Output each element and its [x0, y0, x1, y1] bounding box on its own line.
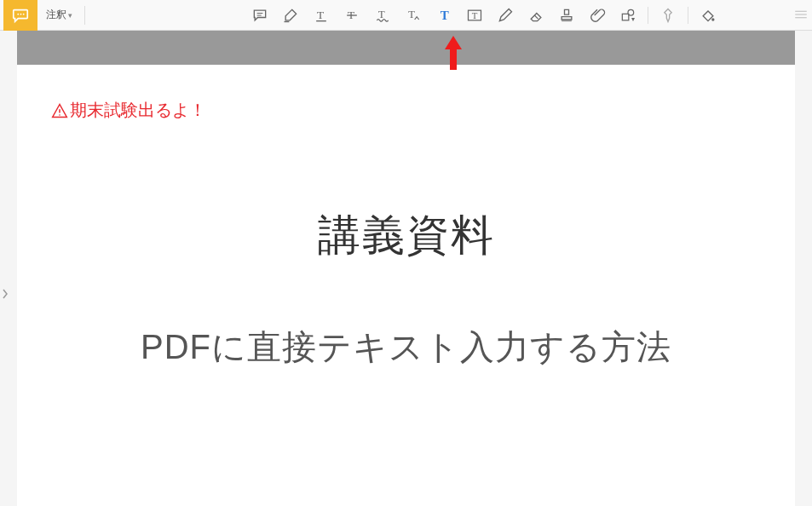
- highlight-tool[interactable]: [276, 3, 305, 28]
- attach-tool[interactable]: [583, 3, 612, 28]
- pencil-icon: [497, 7, 514, 24]
- text-caret-tool[interactable]: T: [399, 3, 428, 28]
- pin-tool[interactable]: [654, 3, 682, 28]
- document-subtitle: PDFに直接テキスト入力する方法: [51, 324, 761, 371]
- stamp-icon: [558, 7, 575, 24]
- shapes-tool[interactable]: ▾: [613, 3, 642, 28]
- strikethrough-icon: T: [343, 7, 360, 24]
- highlight-icon: [282, 7, 299, 24]
- menu-lines-icon: [793, 7, 809, 22]
- comment-bubble-icon: [11, 6, 30, 25]
- warning-triangle-icon: [51, 102, 68, 119]
- svg-point-14: [59, 114, 60, 116]
- svg-text:T: T: [378, 8, 385, 20]
- squiggly-tool[interactable]: T: [368, 3, 397, 28]
- svg-point-2: [23, 13, 25, 14]
- eraser-icon: [527, 7, 544, 24]
- annotation-dropdown[interactable]: 注釈: [37, 8, 78, 22]
- svg-rect-10: [622, 14, 629, 20]
- text-highlight-icon: T: [313, 7, 330, 24]
- attach-icon: [589, 7, 606, 24]
- svg-point-13: [711, 18, 714, 20]
- fill-tool[interactable]: [694, 3, 723, 28]
- tool-icon-group: T T T T T T ▾: [245, 3, 723, 28]
- pin-icon: [659, 7, 677, 24]
- text-highlight-tool[interactable]: T: [307, 3, 336, 28]
- note-icon: [251, 7, 268, 24]
- annotation-text: 期末試験出るよ！: [70, 99, 206, 122]
- red-arrow-indicator: [445, 36, 462, 70]
- page-header-dark: [17, 31, 795, 65]
- svg-text:T: T: [441, 9, 449, 22]
- chevron-right-icon: [2, 288, 9, 300]
- textbox-tool[interactable]: T: [460, 3, 489, 28]
- svg-point-0: [17, 13, 19, 14]
- separator: [648, 7, 648, 24]
- eraser-tool[interactable]: [521, 3, 550, 28]
- document-title: 講義資料: [51, 207, 761, 264]
- menu-lines-button[interactable]: [793, 7, 809, 26]
- svg-text:T: T: [408, 9, 415, 20]
- warning-annotation[interactable]: 期末試験出るよ！: [51, 99, 761, 122]
- textbox-icon: T: [466, 7, 483, 24]
- svg-text:▾: ▾: [631, 14, 635, 22]
- typewriter-tool[interactable]: T: [429, 3, 458, 28]
- svg-text:T: T: [472, 10, 478, 20]
- note-tool[interactable]: [245, 3, 274, 28]
- strikethrough-tool[interactable]: T: [337, 3, 366, 28]
- sidebar-expand-handle[interactable]: [0, 281, 10, 307]
- paint-bucket-icon: [700, 7, 717, 24]
- stamp-tool[interactable]: [552, 3, 581, 28]
- separator: [84, 6, 85, 25]
- svg-point-1: [20, 13, 22, 14]
- annotation-toolbar: 注釈 T T T T T T: [0, 0, 812, 31]
- text-replace-icon: T: [405, 7, 422, 24]
- separator: [688, 7, 688, 24]
- shapes-icon: ▾: [619, 7, 636, 24]
- typewriter-icon: T: [435, 7, 452, 24]
- comment-mode-button[interactable]: [3, 0, 37, 31]
- pencil-tool[interactable]: [491, 3, 520, 28]
- squiggly-icon: T: [374, 7, 391, 24]
- pdf-page: 期末試験出るよ！ 講義資料 PDFに直接テキスト入力する方法: [17, 65, 795, 506]
- svg-text:T: T: [317, 9, 324, 21]
